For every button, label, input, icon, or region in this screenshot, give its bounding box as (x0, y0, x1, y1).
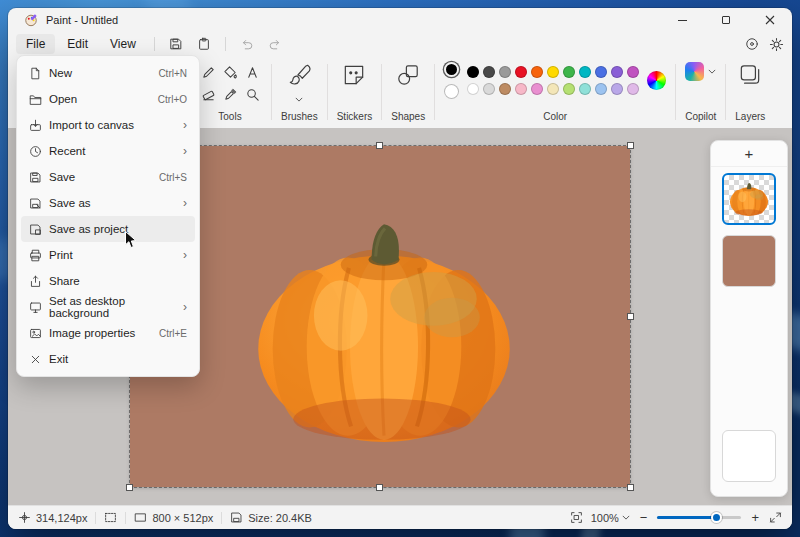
color-swatch[interactable] (627, 66, 639, 78)
text-tool-button[interactable] (242, 62, 262, 82)
copilot-group[interactable]: Copilot (683, 56, 718, 128)
file-menu-item-recent[interactable]: Recent › (21, 138, 195, 164)
eraser-tool-button[interactable] (198, 84, 218, 104)
zoom-in-button[interactable]: + (749, 510, 761, 525)
fullscreen-icon[interactable] (769, 511, 782, 524)
selection-handle[interactable] (376, 142, 383, 149)
color-group: Color (442, 56, 668, 128)
file-menu-item-print[interactable]: Print › (21, 242, 195, 268)
file-menu-item-import-to-canvas[interactable]: Import to canvas › (21, 112, 195, 138)
fill-tool-button[interactable] (220, 62, 240, 82)
color-group-label: Color (543, 111, 567, 124)
toolbar-divider (434, 64, 435, 120)
color-swatch[interactable] (547, 66, 559, 78)
zoom-dropdown[interactable]: 100% (591, 512, 630, 524)
pencil-tool-button[interactable] (198, 62, 218, 82)
redo-button[interactable] (262, 34, 288, 54)
copilot-button[interactable] (685, 62, 716, 81)
maximize-button[interactable] (704, 8, 748, 32)
paste-button[interactable] (191, 34, 217, 54)
color-swatch[interactable] (579, 83, 591, 95)
color-swatch[interactable] (499, 66, 511, 78)
selection-handle[interactable] (627, 313, 634, 320)
chevron-down-icon (295, 97, 303, 102)
file-menu-item-exit[interactable]: Exit (21, 346, 195, 372)
menu-item-label: New (49, 67, 158, 79)
redo-icon (268, 37, 282, 51)
paint-canvas[interactable] (130, 146, 630, 487)
zoom-slider-thumb[interactable] (711, 512, 722, 523)
color-swatch[interactable] (611, 83, 623, 95)
file-menu-item-save[interactable]: Save Ctrl+S (21, 164, 195, 190)
color-swatch[interactable] (595, 83, 607, 95)
layer-thumb-background[interactable] (722, 235, 776, 287)
canvas-background-thumbnail[interactable] (722, 430, 776, 482)
menubar-divider (154, 37, 155, 51)
eyedropper-tool-button[interactable] (220, 84, 240, 104)
settings-gear-icon[interactable] (769, 37, 784, 52)
menubar: File Edit View (8, 32, 792, 56)
undo-button[interactable] (234, 34, 260, 54)
color-swatch[interactable] (483, 83, 495, 95)
brushes-button[interactable] (286, 62, 312, 88)
selection-handle[interactable] (126, 484, 133, 491)
save-button[interactable] (163, 34, 189, 54)
file-menu-item-save-as[interactable]: Save as › (21, 190, 195, 216)
file-menu-item-image-properties[interactable]: Image properties Ctrl+E (21, 320, 195, 346)
color-swatch[interactable] (515, 83, 527, 95)
selection-handle[interactable] (627, 484, 634, 491)
magnifier-tool-button[interactable] (242, 84, 262, 104)
color-swatch[interactable] (467, 83, 479, 95)
menu-item-label: Exit (49, 353, 187, 365)
color-swatch[interactable] (611, 66, 623, 78)
shapes-group[interactable]: Shapes (389, 56, 427, 128)
titlebar[interactable]: Paint - Untitled (8, 8, 792, 32)
color-swatch[interactable] (595, 66, 607, 78)
color-swatch[interactable] (499, 83, 511, 95)
color-swatch[interactable] (579, 66, 591, 78)
palette-row-2 (467, 83, 639, 95)
file-menu-button[interactable]: File (16, 34, 55, 54)
menu-item-label: Print (49, 249, 183, 261)
color-swatch[interactable] (531, 66, 543, 78)
brushes-group[interactable]: Brushes (279, 56, 320, 128)
layers-group[interactable]: Layers (733, 56, 767, 128)
shapes-button[interactable] (395, 62, 421, 88)
layers-button[interactable] (737, 62, 763, 88)
color-swatch[interactable] (483, 66, 495, 78)
file-menu-item-set-as-desktop-background[interactable]: Set as desktop background › (21, 294, 195, 320)
zoom-slider[interactable] (657, 516, 741, 519)
fit-canvas-icon[interactable] (570, 511, 583, 524)
file-menu-item-open[interactable]: Open Ctrl+O (21, 86, 195, 112)
rainbow-color-picker-icon[interactable] (647, 71, 666, 90)
view-menu-button[interactable]: View (100, 34, 146, 54)
color-swatch[interactable] (547, 83, 559, 95)
add-layer-button[interactable]: + (711, 141, 787, 167)
save-icon (29, 171, 49, 184)
file-menu-item-share[interactable]: Share (21, 268, 195, 294)
color-swatch[interactable] (563, 83, 575, 95)
file-menu-item-save-as-project[interactable]: Save as project (21, 216, 195, 242)
selection-handle[interactable] (627, 142, 634, 149)
selection-handle[interactable] (376, 484, 383, 491)
foreground-color-swatch[interactable] (444, 62, 459, 77)
color-swatch[interactable] (531, 83, 543, 95)
minimize-button[interactable] (660, 8, 704, 32)
file-menu-item-new[interactable]: New Ctrl+N (21, 60, 195, 86)
color-swatch[interactable] (563, 66, 575, 78)
pencil-icon (201, 65, 216, 80)
color-swatch[interactable] (467, 66, 479, 78)
submenu-chevron-icon: › (183, 144, 187, 158)
edit-menu-button[interactable]: Edit (57, 34, 98, 54)
layer-thumbnail-pumpkin[interactable] (722, 173, 776, 225)
account-badge-icon[interactable] (745, 37, 759, 51)
close-button[interactable] (748, 8, 792, 32)
color-swatch[interactable] (627, 83, 639, 95)
zoom-out-button[interactable]: − (638, 510, 650, 525)
menu-item-label: Set as desktop background (49, 295, 183, 319)
background-color-swatch[interactable] (444, 84, 459, 99)
stickers-group[interactable]: Stickers (335, 56, 375, 128)
close-icon (765, 15, 775, 25)
stickers-button[interactable] (341, 62, 367, 88)
color-swatch[interactable] (515, 66, 527, 78)
